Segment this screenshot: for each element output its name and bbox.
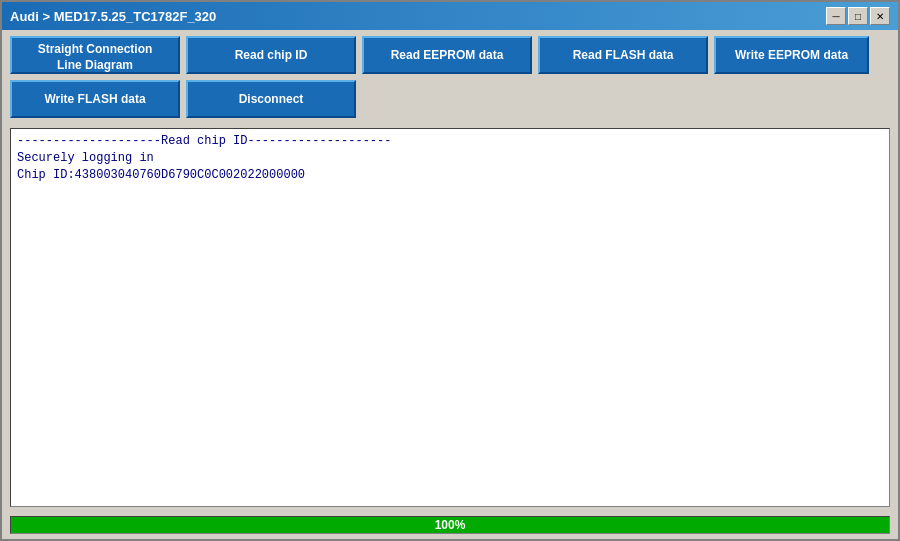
maximize-button[interactable]: □	[848, 7, 868, 25]
write-flash-button[interactable]: Write FLASH data	[10, 80, 180, 118]
log-line-1: --------------------Read chip ID--------…	[17, 134, 391, 148]
read-eeprom-button[interactable]: Read EEPROM data	[362, 36, 532, 74]
progress-label: 100%	[11, 518, 889, 532]
minimize-button[interactable]: ─	[826, 7, 846, 25]
log-output: --------------------Read chip ID--------…	[10, 128, 890, 507]
window-controls: ─ □ ✕	[826, 7, 890, 25]
toolbar: Straight ConnectionLine Diagram Read chi…	[2, 30, 898, 124]
log-line-2: Securely logging in	[17, 151, 154, 165]
window-title: Audi > MED17.5.25_TC1782F_320	[10, 9, 216, 24]
write-eeprom-button[interactable]: Write EEPROM data	[714, 36, 869, 74]
progress-container: 100%	[10, 516, 890, 534]
status-bar: 100%	[2, 511, 898, 539]
connection-line-button[interactable]: Straight ConnectionLine Diagram	[10, 36, 180, 74]
title-bar: Audi > MED17.5.25_TC1782F_320 ─ □ ✕	[2, 2, 898, 30]
read-chip-id-button[interactable]: Read chip ID	[186, 36, 356, 74]
log-line-3: Chip ID:438003040760D6790C0C002022000000	[17, 168, 305, 182]
main-window: Audi > MED17.5.25_TC1782F_320 ─ □ ✕ Stra…	[0, 0, 900, 541]
disconnect-button[interactable]: Disconnect	[186, 80, 356, 118]
close-button[interactable]: ✕	[870, 7, 890, 25]
toolbar-row-1: Straight ConnectionLine Diagram Read chi…	[10, 36, 890, 74]
content-area: --------------------Read chip ID--------…	[2, 124, 898, 511]
toolbar-row-2: Write FLASH data Disconnect	[10, 80, 890, 118]
read-flash-button[interactable]: Read FLASH data	[538, 36, 708, 74]
